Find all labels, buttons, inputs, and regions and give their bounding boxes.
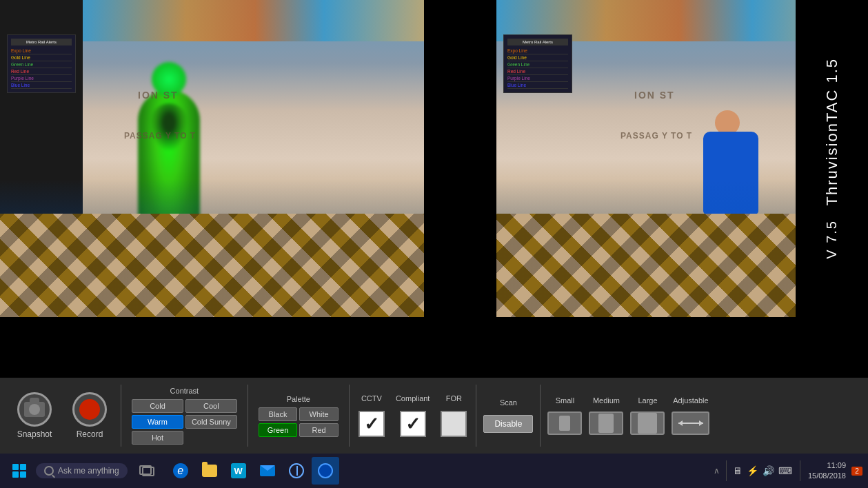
cctv-checkbox[interactable] (359, 411, 385, 437)
compliant-checkbox[interactable] (400, 411, 426, 437)
palette-white-btn[interactable]: White (299, 407, 339, 421)
for-label: FOR (446, 394, 462, 403)
floor-left (0, 214, 427, 317)
for-checkbox[interactable] (441, 411, 467, 437)
search-bar[interactable]: Ask me anything (36, 463, 128, 478)
win-quad-4 (20, 471, 26, 478)
medium-label: Medium (593, 396, 620, 405)
power-icon[interactable]: ⚡ (747, 465, 758, 476)
adjustable-icon[interactable] (672, 411, 709, 435)
taskbar-right: ∧ 🖥 ⚡ 🔊 ⌨ 11:09 15/08/2018 2 (714, 460, 862, 482)
contrast-warm-btn[interactable]: Warm (132, 415, 183, 429)
snapshot-label: Snapshot (17, 429, 52, 439)
medium-section: Medium (585, 396, 627, 435)
camera-icon (24, 402, 45, 417)
compliant-section: Compliant (390, 394, 436, 437)
volume-icon[interactable]: 🔊 (763, 465, 774, 476)
contrast-label: Contrast (170, 387, 199, 395)
metro-purple-line: Purple Line (11, 75, 72, 82)
metro-header-right: Metro Rail Alerts (507, 39, 568, 45)
taskbar-app6[interactable] (312, 457, 339, 485)
contrast-hot-btn[interactable]: Hot (132, 431, 183, 445)
large-section: Large (627, 396, 668, 435)
store-icon: W (231, 463, 246, 478)
divider-5 (540, 385, 541, 447)
large-figure-icon (638, 413, 657, 434)
brand-name: ThruvisionTAC 1.5 (823, 58, 841, 206)
win-quad-1 (12, 464, 19, 470)
record-circle (79, 399, 100, 420)
palette-label: Palette (287, 395, 310, 403)
network-icon[interactable]: 🖥 (733, 465, 743, 476)
taskbar-apps: W (167, 457, 339, 485)
adjustable-label: Adjustable (673, 396, 708, 405)
svg-marker-1 (678, 420, 683, 426)
taskbar-edge-app[interactable] (167, 457, 194, 485)
large-label: Large (638, 396, 657, 405)
medium-size-icon[interactable] (589, 411, 623, 435)
task-view-icon (139, 465, 154, 476)
small-size-icon[interactable] (547, 411, 582, 435)
start-button[interactable] (6, 457, 33, 485)
control-bar: Snapshot Record Contrast Cold Cool Warm … (0, 378, 868, 454)
metro-expo-line: Expo Line (11, 48, 72, 54)
metro-purple-line-r: Purple Line (507, 75, 568, 82)
for-section: FOR (435, 394, 472, 437)
small-label: Small (556, 396, 575, 405)
cctv-label: CCTV (361, 394, 382, 403)
metro-header-left: Metro Rail Alerts (11, 39, 72, 45)
metro-expo-line-r: Expo Line (507, 48, 568, 54)
adjustable-arrows-icon (677, 416, 705, 431)
sign-subtext-left: PASSAG Y TO T (124, 131, 196, 141)
metro-green-line: Green Line (11, 61, 72, 68)
palette-black-btn[interactable]: Black (259, 407, 298, 421)
palette-red-btn[interactable]: Red (299, 423, 339, 437)
palette-buttons: Black White Green Red (259, 407, 339, 437)
medium-figure-icon (598, 414, 614, 433)
svg-marker-2 (699, 420, 703, 426)
contrast-cool-btn[interactable]: Cool (185, 399, 237, 413)
search-icon (44, 466, 54, 476)
notification-badge[interactable]: 2 (851, 467, 862, 476)
palette-green-btn[interactable]: Green (259, 423, 298, 437)
metro-gold-line-r: Gold Line (507, 54, 568, 61)
scan-disable-btn[interactable]: Disable (483, 415, 533, 433)
small-figure-icon (559, 416, 570, 431)
large-size-icon[interactable] (630, 411, 665, 435)
record-button[interactable]: Record (62, 387, 117, 445)
windows-logo (12, 464, 26, 478)
video-area: Metro Rail Alerts Expo Line Gold Line Gr… (0, 0, 868, 317)
taskbar-mail-app[interactable] (254, 457, 281, 485)
metro-blue-line: Blue Line (11, 82, 72, 89)
adjustable-section: Adjustable (668, 396, 713, 435)
mail-icon (260, 465, 275, 476)
win-quad-3 (12, 471, 19, 478)
snapshot-button[interactable]: Snapshot (7, 387, 62, 445)
brand-sidebar: ThruvisionTAC 1.5 V 7.5 (796, 0, 868, 317)
taskbar-store-app[interactable]: W (225, 457, 252, 485)
record-icon (72, 392, 107, 427)
contrast-cold-btn[interactable]: Cold (132, 399, 183, 413)
taskbar-globe-app[interactable] (283, 457, 310, 485)
search-placeholder: Ask me anything (58, 466, 119, 476)
keyboard-icon[interactable]: ⌨ (778, 465, 792, 476)
tray-expand-icon[interactable]: ∧ (714, 466, 720, 476)
brand-version: V 7.5 (824, 220, 840, 259)
divider-4 (476, 385, 476, 447)
scan-label: Scan (500, 398, 517, 407)
divider-1 (121, 385, 121, 447)
metro-panel-right: Metro Rail Alerts Expo Line Gold Line Gr… (503, 34, 572, 93)
task-view-button[interactable] (133, 457, 161, 485)
contrast-section: Contrast Cold Cool Warm Cold Sunny Hot (125, 387, 244, 445)
win-quad-2 (20, 464, 26, 470)
metro-gold-line: Gold Line (11, 54, 72, 61)
app6-icon (318, 463, 333, 478)
edge-icon (173, 463, 188, 478)
divider-3 (349, 385, 350, 447)
tray-separator (726, 460, 727, 481)
record-label: Record (77, 429, 103, 439)
contrast-cold-sunny-btn[interactable]: Cold Sunny (185, 415, 237, 429)
system-tray: ∧ 🖥 ⚡ 🔊 ⌨ (714, 460, 792, 481)
clock[interactable]: 11:09 15/08/2018 (808, 460, 846, 482)
taskbar-folder-app[interactable] (196, 457, 223, 485)
